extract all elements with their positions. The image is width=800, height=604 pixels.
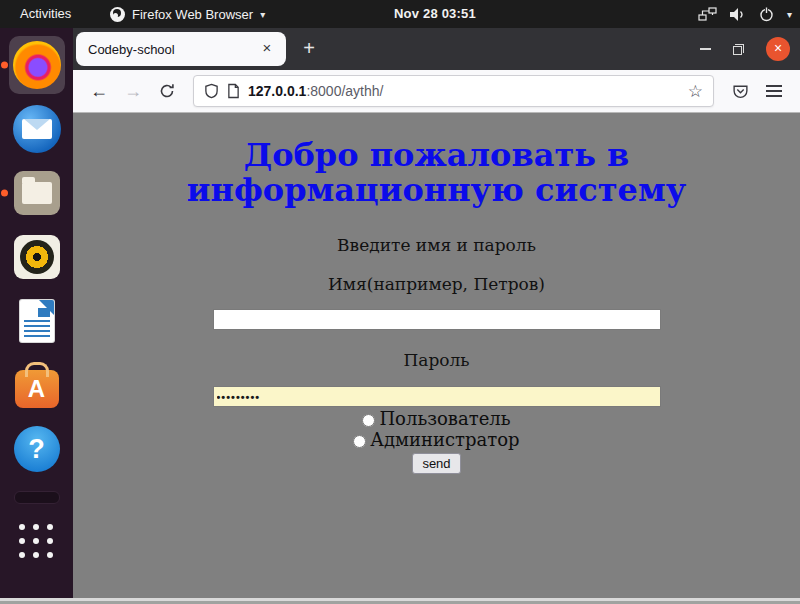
dock-item-help[interactable]: ?: [5, 418, 69, 480]
shield-icon: [204, 83, 219, 99]
forward-button: →: [117, 75, 149, 107]
show-applications-button[interactable]: [5, 514, 69, 570]
user-radio-label: Пользователь: [379, 408, 510, 429]
name-label: Имя(например, Петров): [73, 274, 800, 294]
thunderbird-icon: [13, 105, 61, 153]
dock-item-thunderbird[interactable]: [5, 98, 69, 160]
navigation-toolbar: ← → 127.0.0.1:8000/aythh/ ☆: [73, 70, 800, 113]
bookmark-star-icon[interactable]: ☆: [688, 81, 703, 102]
dock-item-ubuntu-software[interactable]: A: [5, 354, 69, 416]
close-button[interactable]: ×: [766, 37, 790, 61]
dock-item-libreoffice-writer[interactable]: [5, 290, 69, 352]
hamburger-icon: [766, 85, 782, 87]
minimize-button[interactable]: [700, 48, 711, 50]
activities-button[interactable]: Activities: [16, 0, 75, 28]
name-field[interactable]: [213, 309, 661, 330]
pocket-icon: [732, 83, 749, 100]
admin-radio[interactable]: [353, 435, 366, 448]
window-controls: ×: [700, 28, 790, 70]
pocket-button[interactable]: [724, 75, 756, 107]
url-host: 127.0.0.1: [248, 83, 306, 99]
back-button[interactable]: ←: [83, 75, 115, 107]
dock-item-firefox[interactable]: [5, 34, 69, 96]
volume-icon: [729, 7, 746, 22]
libreoffice-writer-icon: [20, 300, 54, 342]
url-text[interactable]: 127.0.0.1:8000/aythh/: [248, 83, 680, 99]
new-tab-button[interactable]: +: [294, 34, 324, 64]
role-option-user[interactable]: Пользователь: [73, 409, 800, 428]
clock[interactable]: Nov 28 03:51: [394, 0, 476, 28]
firefox-window: Codeby-school × + × ← →: [73, 28, 800, 598]
subtitle: Введите имя и пароль: [73, 235, 800, 255]
app-grid-icon: [19, 524, 55, 560]
tab-codeby-school[interactable]: Codeby-school ×: [76, 32, 286, 66]
files-icon: [14, 171, 60, 215]
system-tray[interactable]: ▾: [698, 0, 792, 28]
ubuntu-software-icon: A: [15, 370, 59, 408]
url-path: :8000/aythh/: [306, 83, 383, 99]
dock-item-trash-drawer[interactable]: [5, 482, 69, 512]
reload-icon: [159, 83, 175, 99]
rhythmbox-icon: [14, 235, 60, 279]
page-title: Добро пожаловать в информационную систем…: [137, 138, 737, 208]
reload-button[interactable]: [151, 75, 183, 107]
password-field[interactable]: [213, 386, 661, 407]
menu-button[interactable]: [758, 75, 790, 107]
admin-radio-label: Администратор: [370, 429, 519, 450]
send-button[interactable]: send: [412, 453, 460, 474]
ubuntu-dock: A ?: [0, 28, 73, 598]
running-indicator: [1, 62, 8, 69]
user-radio[interactable]: [362, 414, 375, 427]
drawer-icon: [14, 491, 60, 504]
network-icon: [698, 7, 717, 22]
app-menu-label: Firefox Web Browser: [132, 7, 253, 22]
chevron-down-icon: ▾: [260, 9, 265, 20]
restore-button[interactable]: [733, 44, 744, 55]
password-label: Пароль: [73, 350, 800, 370]
page-info-icon[interactable]: [227, 83, 240, 99]
role-option-admin[interactable]: Администратор: [73, 430, 800, 449]
url-bar[interactable]: 127.0.0.1:8000/aythh/ ☆: [193, 75, 714, 107]
tab-bar: Codeby-school × + ×: [73, 28, 800, 70]
firefox-icon: [110, 7, 125, 22]
chevron-down-icon: ▾: [787, 9, 792, 20]
window-bottom-border: [0, 598, 800, 604]
tab-close-button[interactable]: ×: [256, 38, 278, 60]
running-indicator: [1, 190, 8, 197]
web-page: Добро пожаловать в информационную систем…: [73, 113, 800, 598]
dock-item-files[interactable]: [5, 162, 69, 224]
dock-item-rhythmbox[interactable]: [5, 226, 69, 288]
firefox-icon: [13, 41, 61, 89]
app-menu[interactable]: Firefox Web Browser ▾: [110, 0, 265, 28]
help-icon: ?: [14, 426, 60, 472]
power-icon: [758, 6, 775, 22]
tab-title: Codeby-school: [88, 42, 256, 57]
gnome-top-bar: Activities Firefox Web Browser ▾ Nov 28 …: [0, 0, 800, 28]
